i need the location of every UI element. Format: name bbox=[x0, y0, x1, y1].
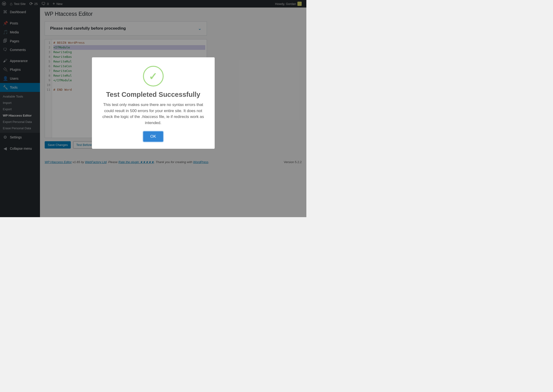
success-icon: ✓ bbox=[143, 66, 164, 86]
modal-overlay[interactable]: ✓ Test Completed Successfully This test … bbox=[0, 0, 306, 217]
checkmark-icon: ✓ bbox=[149, 70, 157, 82]
modal-title: Test Completed Successfully bbox=[99, 91, 208, 98]
ok-button[interactable]: OK bbox=[143, 131, 163, 142]
modal-text: This test only makes sure there are no s… bbox=[99, 102, 208, 126]
success-modal: ✓ Test Completed Successfully This test … bbox=[92, 57, 215, 149]
